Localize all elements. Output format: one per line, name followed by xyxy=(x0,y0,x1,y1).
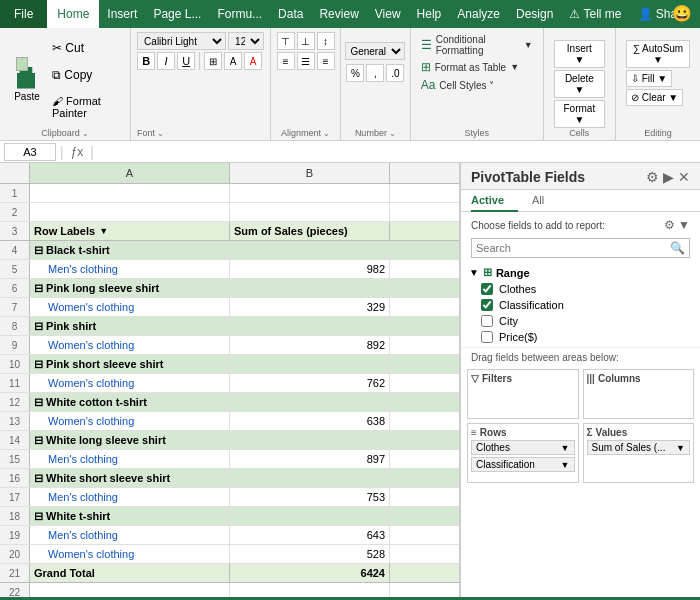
cell-b6[interactable] xyxy=(230,279,390,297)
fill-button[interactable]: ⇩ Fill ▼ xyxy=(626,70,672,87)
format-cells-button[interactable]: Format ▼ xyxy=(554,100,605,128)
cell-b18[interactable] xyxy=(230,507,390,525)
align-center-button[interactable]: ☰ xyxy=(297,52,315,70)
pivot-field-item[interactable]: Price($) xyxy=(465,329,696,345)
cell-a4[interactable]: ⊟ Black t-shirt xyxy=(30,241,230,259)
function-button[interactable]: ƒx xyxy=(68,145,87,159)
cell-b22[interactable] xyxy=(230,583,390,597)
pivot-close-icon[interactable]: ✕ xyxy=(678,169,690,185)
cell-grand-total-value[interactable]: 6424 xyxy=(230,564,390,582)
autosum-button[interactable]: ∑ AutoSum ▼ xyxy=(626,40,690,68)
cell-a15[interactable]: Men's clothing xyxy=(30,450,230,468)
cell-b5[interactable]: 982 xyxy=(230,260,390,278)
menu-data[interactable]: Data xyxy=(270,0,311,28)
name-box[interactable] xyxy=(4,143,56,161)
menu-insert[interactable]: Insert xyxy=(99,0,145,28)
pivot-gear-icon[interactable]: ⚙ xyxy=(646,169,659,185)
copy-button[interactable]: ⧉ Copy xyxy=(50,67,124,83)
cut-button[interactable]: ✂ Cut xyxy=(50,40,124,56)
cell-a5[interactable]: Men's clothing xyxy=(30,260,230,278)
delete-cells-button[interactable]: Delete ▼ xyxy=(554,70,605,98)
rows-chip-classification[interactable]: Classification ▼ xyxy=(471,457,575,472)
cell-b2[interactable] xyxy=(230,203,390,221)
cell-a17[interactable]: Men's clothing xyxy=(30,488,230,506)
fill-color-button[interactable]: A xyxy=(224,52,242,70)
align-middle-button[interactable]: ⊥ xyxy=(297,32,315,50)
cell-b16[interactable] xyxy=(230,469,390,487)
menu-analyze[interactable]: Analyze xyxy=(449,0,508,28)
cell-b8[interactable] xyxy=(230,317,390,335)
pivot-field-item[interactable]: Clothes xyxy=(465,281,696,297)
field-price-checkbox[interactable] xyxy=(481,331,493,343)
align-top-button[interactable]: ⊤ xyxy=(277,32,295,50)
file-menu-button[interactable]: File xyxy=(0,0,47,28)
menu-design[interactable]: Design xyxy=(508,0,561,28)
clear-button[interactable]: ⊘ Clear ▼ xyxy=(626,89,683,106)
font-size-select[interactable]: 12 xyxy=(228,32,264,50)
cell-b4[interactable] xyxy=(230,241,390,259)
italic-button[interactable]: I xyxy=(157,52,175,70)
field-city-checkbox[interactable] xyxy=(481,315,493,327)
format-painter-button[interactable]: 🖌 Format Painter xyxy=(50,94,124,120)
cell-b12[interactable] xyxy=(230,393,390,411)
cell-a12[interactable]: ⊟ White cotton t-shirt xyxy=(30,393,230,411)
pivot-gear-small-icon[interactable]: ⚙ ▼ xyxy=(664,218,690,232)
col-header-b[interactable]: B xyxy=(230,163,390,183)
cell-b17[interactable]: 753 xyxy=(230,488,390,506)
cell-a7[interactable]: Women's clothing xyxy=(30,298,230,316)
cell-b20[interactable]: 528 xyxy=(230,545,390,563)
cell-a13[interactable]: Women's clothing xyxy=(30,412,230,430)
cell-grand-total-label[interactable]: Grand Total xyxy=(30,564,230,582)
cell-b10[interactable] xyxy=(230,355,390,373)
align-bottom-button[interactable]: ↕ xyxy=(317,32,335,50)
cell-a11[interactable]: Women's clothing xyxy=(30,374,230,392)
pivot-field-item[interactable]: Classification xyxy=(465,297,696,313)
cell-a6[interactable]: ⊟ Pink long sleeve shirt xyxy=(30,279,230,297)
cell-b11[interactable]: 762 xyxy=(230,374,390,392)
pivot-arrow-icon[interactable]: ▶ xyxy=(663,169,674,185)
values-chip-sum[interactable]: Sum of Sales (... ▼ xyxy=(587,440,691,455)
cell-a16[interactable]: ⊟ White short sleeve shirt xyxy=(30,469,230,487)
tab-all[interactable]: All xyxy=(518,190,558,211)
cell-a20[interactable]: Women's clothing xyxy=(30,545,230,563)
chip-dropdown-icon[interactable]: ▼ xyxy=(561,443,570,453)
cell-b15[interactable]: 897 xyxy=(230,450,390,468)
menu-tellme[interactable]: ⚠ Tell me xyxy=(561,0,629,28)
menu-formulas[interactable]: Formu... xyxy=(209,0,270,28)
cell-a18[interactable]: ⊟ White t-shirt xyxy=(30,507,230,525)
decrease-decimal-button[interactable]: .0 xyxy=(386,64,404,82)
cell-a19[interactable]: Men's clothing xyxy=(30,526,230,544)
menu-review[interactable]: Review xyxy=(311,0,366,28)
cell-a14[interactable]: ⊟ White long sleeve shirt xyxy=(30,431,230,449)
comma-button[interactable]: , xyxy=(366,64,384,82)
cell-a1[interactable] xyxy=(30,184,230,202)
rows-chip-clothes[interactable]: Clothes ▼ xyxy=(471,440,575,455)
triangle-down-icon[interactable]: ▼ xyxy=(469,267,479,278)
insert-cells-button[interactable]: Insert ▼ xyxy=(554,40,605,68)
cell-b14[interactable] xyxy=(230,431,390,449)
cell-b9[interactable]: 892 xyxy=(230,336,390,354)
menu-view[interactable]: View xyxy=(367,0,409,28)
bold-button[interactable]: B xyxy=(137,52,155,70)
font-name-select[interactable]: Calibri Light xyxy=(137,32,226,50)
format-as-table-button[interactable]: ⊞ Format as Table ▼ xyxy=(419,58,535,76)
align-right-button[interactable]: ≡ xyxy=(317,52,335,70)
cell-b13[interactable]: 638 xyxy=(230,412,390,430)
border-button[interactable]: ⊞ xyxy=(204,52,222,70)
cell-b1[interactable] xyxy=(230,184,390,202)
tab-active[interactable]: Active xyxy=(471,190,518,212)
menu-help[interactable]: Help xyxy=(409,0,450,28)
underline-button[interactable]: U xyxy=(177,52,195,70)
pivot-search-input[interactable] xyxy=(476,242,670,254)
cell-a22[interactable] xyxy=(30,583,230,597)
percent-button[interactable]: % xyxy=(346,64,364,82)
font-color-button[interactable]: A xyxy=(244,52,262,70)
cell-a8[interactable]: ⊟ Pink shirt xyxy=(30,317,230,335)
chip-dropdown-icon3[interactable]: ▼ xyxy=(676,443,685,453)
field-clothes-checkbox[interactable] xyxy=(481,283,493,295)
cell-a2[interactable] xyxy=(30,203,230,221)
col-header-a[interactable]: A xyxy=(30,163,230,183)
pivot-field-item[interactable]: City xyxy=(465,313,696,329)
cell-a9[interactable]: Women's clothing xyxy=(30,336,230,354)
cell-styles-button[interactable]: Aa Cell Styles ˅ xyxy=(419,76,535,94)
